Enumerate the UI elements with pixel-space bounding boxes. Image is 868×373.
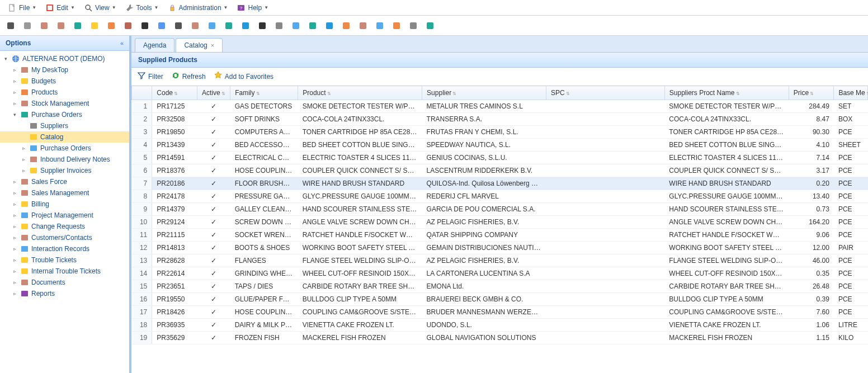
tree-node-reports[interactable]: ▹Reports xyxy=(0,288,129,299)
table-row[interactable]: 17PR18426✓HOSE COUPLINGSCOUPLING CAM&GRO… xyxy=(132,306,868,319)
toolbar-plus-green-button[interactable] xyxy=(306,20,319,32)
column-header-supplier[interactable]: Supplier⇅ xyxy=(422,86,546,100)
toolbar-arrow-up-button[interactable] xyxy=(323,20,336,32)
menu-administration[interactable]: Administration▼ xyxy=(164,2,232,13)
toolbar-bug-button[interactable] xyxy=(390,20,403,32)
tree-toggle-icon[interactable]: ▾ xyxy=(11,112,18,117)
toolbar-calc-button[interactable] xyxy=(273,20,285,32)
filter-button[interactable]: Filter xyxy=(137,71,163,82)
tree-node-sales-force[interactable]: ▹Sales Force xyxy=(0,176,129,187)
tree-toggle-icon[interactable]: ▹ xyxy=(20,145,27,151)
column-header-spc[interactable]: SPC⇅ xyxy=(546,86,665,100)
toolbar-window-button[interactable] xyxy=(155,20,168,32)
table-row[interactable]: 18PR36935✓DAIRY & MILK PRODUVIENETTA CAK… xyxy=(132,319,868,332)
menu-edit[interactable]: Edit▼ xyxy=(42,2,78,13)
tree-node-stock-management[interactable]: ▹Stock Management xyxy=(0,98,129,109)
tree-node-sales-management[interactable]: ▹Sales Management xyxy=(0,187,129,199)
grid-scroll[interactable]: Code⇅Active⇅Family⇅Product⇅Supplier⇅SPC⇅… xyxy=(131,86,868,373)
tree-toggle-icon[interactable]: ▹ xyxy=(11,235,18,240)
toolbar-chart-button[interactable] xyxy=(206,20,218,32)
menu-tools[interactable]: Tools▼ xyxy=(122,2,162,13)
toolbar-house-button[interactable] xyxy=(340,20,352,32)
tree-node-products[interactable]: ▹Products xyxy=(0,87,129,98)
tree-toggle-icon[interactable]: ▹ xyxy=(11,201,18,207)
tree-toggle-icon[interactable]: ▹ xyxy=(11,67,18,73)
tree-toggle-icon[interactable]: ▹ xyxy=(11,179,18,185)
toolbar-calendar-button[interactable] xyxy=(72,20,84,32)
toolbar-check-blue-button[interactable] xyxy=(239,20,252,32)
tree-toggle-icon[interactable]: ▹ xyxy=(11,213,18,218)
tree-node-interaction-records[interactable]: ▹Interaction Records xyxy=(0,243,129,254)
column-header-suppliers-proct-name[interactable]: Suppliers Proct Name⇅ xyxy=(664,86,789,100)
column-header-active[interactable]: Active⇅ xyxy=(197,86,230,100)
tree-toggle-icon[interactable]: ▹ xyxy=(11,78,18,84)
tree-node-change-requests[interactable]: ▹Change Requests xyxy=(0,221,129,232)
toolbar-doc-button[interactable] xyxy=(374,20,386,32)
toolbar-copy-button[interactable] xyxy=(38,20,50,32)
column-header-base-me[interactable]: Base Me⇅ xyxy=(834,86,868,100)
table-row[interactable]: 3PR19850✓COMPUTERS AND ANTONER CARTRIDGE… xyxy=(132,126,868,139)
table-row[interactable]: 8PR24178✓PRESSURE GAUGESGLYC.PRESSURE GA… xyxy=(132,190,868,203)
table-row[interactable]: 2PR32508✓SOFT DRINKSCOCA-COLA 24TINX33CL… xyxy=(132,113,868,126)
tree-toggle-icon[interactable]: ▹ xyxy=(11,89,18,95)
tree-root[interactable]: ▾ ALTERNAE ROOT (DEMO) xyxy=(0,53,129,64)
column-header-product[interactable]: Product⇅ xyxy=(298,86,422,100)
refresh-button[interactable]: Refresh xyxy=(171,71,206,82)
tree-node-suppliers[interactable]: Suppliers xyxy=(0,120,129,131)
toolbar-print-button[interactable] xyxy=(4,20,17,32)
menu-view[interactable]: View▼ xyxy=(81,2,120,13)
toolbar-note-button[interactable] xyxy=(88,20,101,32)
tree-node-project-management[interactable]: ▹Project Management xyxy=(0,210,129,221)
tree-node-internal-trouble-tickets[interactable]: ▹Internal Trouble Tickets xyxy=(0,266,129,277)
table-row[interactable]: 9PR14379✓GALLEY CLEANING EQHAND SCOURER … xyxy=(132,203,868,216)
toolbar-check-green-button[interactable] xyxy=(223,20,235,32)
table-row[interactable]: 19PR35629✓FROZEN FISHMACKEREL FISH FROZE… xyxy=(132,332,868,344)
table-row[interactable]: 6PR18376✓HOSE COUPLINGSCOUPLER QUICK CON… xyxy=(132,164,868,177)
tree-node-purchase-orders[interactable]: ▹Purchase Orders xyxy=(0,143,129,154)
tree-node-inbound-delivery-notes[interactable]: ▹Inbound Delivery Notes xyxy=(0,154,129,165)
toolbar-box-button[interactable] xyxy=(189,20,201,32)
tree-toggle-icon[interactable]: ▹ xyxy=(20,157,27,162)
toolbar-tree-button[interactable] xyxy=(424,20,436,32)
tree-toggle-icon[interactable]: ▹ xyxy=(11,246,18,252)
table-row[interactable]: 4PR13439✓BED ACCESSORIESBED SHEET COTTON… xyxy=(132,139,868,152)
tree-toggle-icon[interactable]: ▹ xyxy=(11,101,18,106)
column-header-index[interactable] xyxy=(132,86,152,100)
tree-node-trouble-tickets[interactable]: ▹Trouble Tickets xyxy=(0,254,129,266)
toolbar-group-button[interactable] xyxy=(139,20,151,32)
table-row[interactable]: 11PR21115✓SOCKET WRENCHESRATCHET HANDLE … xyxy=(132,229,868,242)
table-row[interactable]: 1PR17125✓GAS DETECTORSSMOKE DETECTOR TES… xyxy=(132,100,868,113)
toolbar-camera-button[interactable] xyxy=(172,20,185,32)
tree-node-purchase-orders[interactable]: ▾Purchase Orders xyxy=(0,109,129,120)
tree-toggle-icon[interactable]: ▹ xyxy=(11,268,18,274)
tree-toggle-icon[interactable]: ▹ xyxy=(11,257,18,263)
table-row[interactable]: 15PR23651✓TAPS / DIESCARBIDE ROTARY BAR … xyxy=(132,280,868,293)
table-row[interactable]: 16PR19550✓GLUE/PAPER FASTENBULLDOG CLIP … xyxy=(132,293,868,306)
menu-file[interactable]: File▼ xyxy=(4,2,40,13)
table-row[interactable]: 10PR29124✓SCREW DOWN CHECKANGLE VALVE SC… xyxy=(132,216,868,229)
toolbar-person-button[interactable] xyxy=(357,20,369,32)
tree-toggle-icon[interactable]: ▹ xyxy=(11,291,18,296)
menu-help[interactable]: ?Help▼ xyxy=(233,2,272,13)
toolbar-paste-button[interactable] xyxy=(55,20,67,32)
tree-node-my-desktop[interactable]: ▹My DeskTop xyxy=(0,64,129,75)
toolbar-gear-button[interactable] xyxy=(407,20,419,32)
tab-close-icon[interactable]: × xyxy=(211,42,214,49)
table-row[interactable]: 13PR28628✓FLANGESFLANGE STEEL WELDING SL… xyxy=(132,254,868,267)
toolbar-cut-button[interactable] xyxy=(21,20,34,32)
toolbar-card-button[interactable] xyxy=(105,20,117,32)
tree-toggle-icon[interactable]: ▾ xyxy=(2,56,9,62)
tree-toggle-icon[interactable]: ▹ xyxy=(11,190,18,196)
table-row[interactable]: 5PR14591✓ELECTRICAL COOKINELECTRIC TOAST… xyxy=(132,152,868,164)
tree-toggle-icon[interactable]: ▹ xyxy=(11,280,18,285)
tree-node-catalog[interactable]: Catalog xyxy=(0,131,129,143)
tree-node-documents[interactable]: ▹Documents xyxy=(0,277,129,288)
add-favorites-button[interactable]: Add to Favorites xyxy=(214,71,273,82)
table-row[interactable]: 7PR20186✓FLOOR BRUSHES/HANWIRE HAND BRUS… xyxy=(132,177,868,190)
table-row[interactable]: 12PR14813✓BOOTS & SHOESWORKING BOOT SAFE… xyxy=(132,242,868,254)
toolbar-services-button[interactable] xyxy=(122,20,134,32)
table-row[interactable]: 14PR22614✓GRINDING WHEELS/DWHEEL CUT-OFF… xyxy=(132,267,868,280)
column-header-price[interactable]: Price⇅ xyxy=(789,86,834,100)
column-header-family[interactable]: Family⇅ xyxy=(230,86,298,100)
column-header-code[interactable]: Code⇅ xyxy=(152,86,197,100)
